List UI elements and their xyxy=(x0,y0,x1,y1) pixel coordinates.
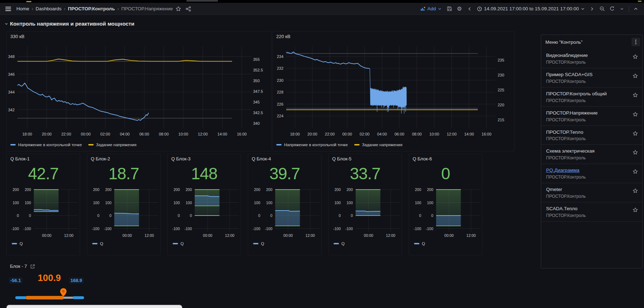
refresh-icon[interactable] xyxy=(607,4,617,14)
dashboard-label[interactable]: Qmeter xyxy=(546,187,628,193)
dashboard-label[interactable]: SCADA.Тепло xyxy=(546,206,628,212)
panel-title[interactable]: 330 кВ xyxy=(7,32,271,39)
gauge-max-value: 168.9 xyxy=(69,277,84,283)
dashboard-label[interactable]: Пример SCADA+GIS xyxy=(546,72,628,78)
legend-q[interactable]: Q xyxy=(253,241,321,246)
panel-title[interactable]: Меню "Контроль" xyxy=(545,39,582,45)
dashboard-label[interactable]: Видеонаблюдение xyxy=(546,53,628,59)
divider xyxy=(629,6,629,12)
chevron-down-icon xyxy=(4,22,9,26)
svg-text:12:00: 12:00 xyxy=(466,233,476,238)
star-icon[interactable] xyxy=(174,4,183,14)
star-icon[interactable] xyxy=(633,188,638,193)
svg-text:18:00: 18:00 xyxy=(290,132,300,136)
legend-q[interactable]: Q xyxy=(12,241,80,246)
star-icon[interactable] xyxy=(633,92,638,98)
svg-text:0: 0 xyxy=(17,213,19,218)
legend-setpoint[interactable]: Задание напряжения xyxy=(88,143,136,147)
row-control-voltage[interactable]: Контроль напряжения и реактивной мощност… xyxy=(4,21,135,27)
star-icon[interactable] xyxy=(633,169,638,174)
panel-title[interactable]: Q Блок-2 xyxy=(87,154,160,161)
star-icon[interactable] xyxy=(633,207,638,213)
legend-q[interactable]: Q xyxy=(92,241,160,246)
star-icon[interactable] xyxy=(633,112,638,117)
stat-sparkline[interactable]: 20020010010000-100-10000:0012:00 xyxy=(329,186,402,239)
stat-sparkline[interactable]: 20020010010000-100-10000:0012:00 xyxy=(409,186,482,239)
dashboard-label[interactable]: ПРОСТОР.Тепло xyxy=(546,129,628,136)
panel-title[interactable]: Q Блок-4 xyxy=(248,154,321,161)
legend-q[interactable]: Q xyxy=(173,241,241,246)
kebab-menu-icon[interactable] xyxy=(632,38,640,46)
star-icon[interactable] xyxy=(633,54,638,59)
chart-220kv[interactable]: 23423223022822622423523022522021518:0020… xyxy=(273,39,514,142)
menu-icon[interactable] xyxy=(4,7,13,11)
svg-text:352.5: 352.5 xyxy=(253,68,263,72)
svg-text:344: 344 xyxy=(8,90,15,94)
time-forward-icon[interactable] xyxy=(587,4,597,14)
menu-item-3[interactable]: ПРОСТОР.Контроль общийПРОСТОР.Контроль xyxy=(541,87,642,107)
menu-item-6[interactable]: Схема электрическаяПРОСТОР.Контроль xyxy=(541,145,642,164)
dashboard-label[interactable]: ПРОСТОР.Напряжение xyxy=(546,110,628,116)
folder-label: ПРОСТОР.Контроль xyxy=(546,79,628,84)
legend-q[interactable]: Q xyxy=(334,241,402,246)
legend-q[interactable]: Q xyxy=(414,241,482,246)
add-button[interactable]: Add xyxy=(418,4,444,14)
gauge-slider[interactable] xyxy=(6,287,89,302)
breadcrumb-item-1[interactable]: Home xyxy=(16,6,29,11)
zoom-out-icon[interactable] xyxy=(597,4,607,14)
share-icon[interactable] xyxy=(184,4,193,14)
legend-voltage[interactable]: Напряжение в контрольной точке xyxy=(10,143,82,147)
menu-item-5[interactable]: ПРОСТОР.ТеплоПРОСТОР.Контроль xyxy=(541,126,642,145)
gear-icon[interactable]: ⚙ xyxy=(455,4,464,14)
stat-sparkline[interactable]: 20020010010000-100-10000:0012:00 xyxy=(248,186,321,239)
time-range-text: 14.09.2021 17:00:00 to 15.09.2021 17:00:… xyxy=(484,6,579,11)
legend-setpoint[interactable]: Задание напряжения xyxy=(354,143,402,147)
legend-voltage[interactable]: Напряжение в контрольной точке xyxy=(276,143,348,147)
dashboard-label[interactable]: ПРОСТОР.Контроль общий xyxy=(546,91,628,97)
menu-item-9[interactable]: SCADA.ТеплоПРОСТОР.Контроль xyxy=(541,202,642,222)
star-icon[interactable] xyxy=(633,150,638,155)
dashboard-link[interactable]: PQ.Диаграмма xyxy=(546,168,628,174)
external-link-icon[interactable] xyxy=(30,264,35,269)
svg-text:100: 100 xyxy=(254,201,260,205)
svg-text:200: 200 xyxy=(346,187,353,192)
panel-title[interactable]: Q Блок-6 xyxy=(409,154,482,161)
stat-sparkline[interactable]: 20020010010000-100-10000:0012:00 xyxy=(7,186,80,239)
stat-sparkline[interactable]: 20020010010000-100-10000:0012:00 xyxy=(168,186,241,239)
collapse-topbar-icon[interactable] xyxy=(631,4,640,14)
svg-text:0: 0 xyxy=(339,213,341,218)
breadcrumb-separator: › xyxy=(64,6,66,11)
star-icon[interactable] xyxy=(633,73,638,79)
menu-item-4[interactable]: ПРОСТОР.НапряжениеПРОСТОР.Контроль xyxy=(541,107,642,126)
svg-text:-100: -100 xyxy=(345,227,353,231)
panel-title[interactable]: Q Блок-3 xyxy=(168,154,241,161)
breadcrumb-item-2[interactable]: Dashboards xyxy=(36,6,62,11)
refresh-interval-chevron-icon[interactable] xyxy=(617,4,627,14)
slider-pin-icon[interactable] xyxy=(60,288,67,297)
panel-title[interactable]: Q Блок-5 xyxy=(329,154,402,161)
panel-title[interactable]: Q Блок-1 xyxy=(7,154,80,161)
svg-text:100: 100 xyxy=(185,201,192,205)
svg-text:12:00: 12:00 xyxy=(447,132,457,136)
menu-item-8[interactable]: QmeterПРОСТОР.Контроль xyxy=(541,183,642,202)
chart-330kv[interactable]: 348346344342355352.5350347.5345342.53401… xyxy=(7,39,271,142)
star-icon[interactable] xyxy=(633,131,638,136)
svg-text:200: 200 xyxy=(12,187,19,192)
breadcrumb-item-4[interactable]: ПРОСТОР.Напряжение xyxy=(121,6,173,11)
menu-item-7[interactable]: PQ.ДиаграммаПРОСТОР.Контроль xyxy=(541,164,642,183)
breadcrumb-item-3[interactable]: ПРОСТОР.Контроль xyxy=(68,6,115,11)
svg-text:-100: -100 xyxy=(333,227,341,231)
save-icon[interactable] xyxy=(445,4,454,14)
time-back-icon[interactable] xyxy=(465,4,474,14)
menu-item-2[interactable]: Пример SCADA+GISПРОСТОР.Контроль xyxy=(541,68,642,87)
svg-text:00:00: 00:00 xyxy=(444,233,454,238)
time-range-picker[interactable]: 14.09.2021 17:00:00 to 15.09.2021 17:00:… xyxy=(475,4,587,14)
dashboard-label[interactable]: Схема электрическая xyxy=(546,148,628,154)
svg-text:00:00: 00:00 xyxy=(364,233,373,238)
panel-title[interactable]: 220 кВ xyxy=(273,32,514,39)
chart-legend: Напряжение в контрольной точке Задание н… xyxy=(276,143,514,147)
menu-item-1[interactable]: ВидеонаблюдениеПРОСТОР.Контроль xyxy=(541,49,642,68)
stat-value: 148 xyxy=(168,163,241,186)
panel-title[interactable]: Блок - 7 xyxy=(10,264,27,269)
stat-sparkline[interactable]: 20020010010000-100-10000:0012:00 xyxy=(87,186,160,239)
